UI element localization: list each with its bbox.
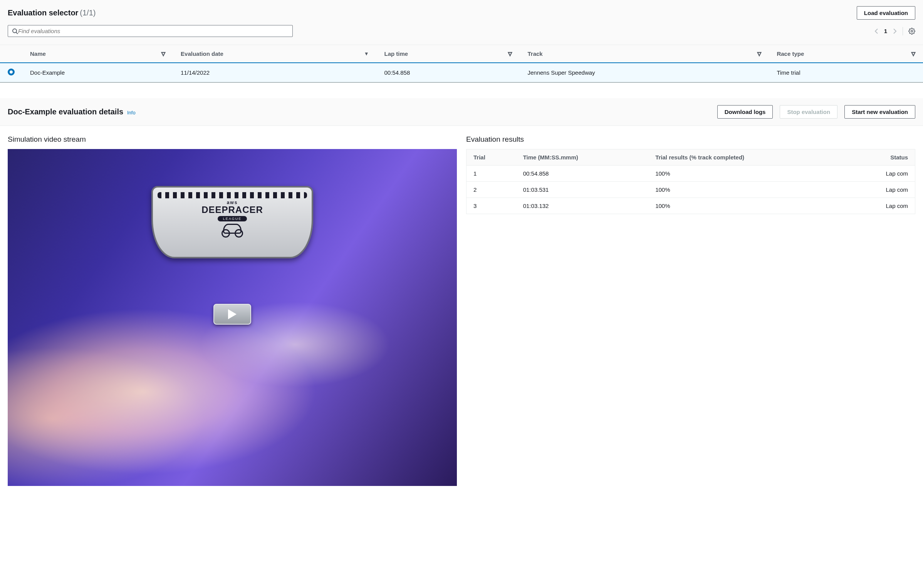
- results-cell-time: 00:54.858: [516, 166, 648, 182]
- results-cell-status: Lap com: [846, 182, 915, 198]
- results-row: 301:03.132100%Lap com: [467, 198, 915, 214]
- row-track: Jennens Super Speedway: [520, 63, 769, 82]
- results-cell-trial: 2: [467, 182, 516, 198]
- stop-evaluation-button: Stop evaluation: [780, 105, 837, 119]
- deepracer-badge: aws DEEPRACER LEAGUE: [151, 186, 313, 258]
- next-page-icon: [893, 28, 897, 34]
- gear-icon[interactable]: [908, 28, 915, 35]
- tools-separator: [903, 27, 903, 35]
- search-input[interactable]: [18, 28, 289, 34]
- simulation-video[interactable]: aws DEEPRACER LEAGUE: [8, 149, 457, 486]
- selector-count: (1/1): [80, 8, 96, 17]
- page-number: 1: [884, 28, 887, 34]
- row-radio[interactable]: [8, 69, 15, 75]
- row-date: 11/14/2022: [173, 63, 376, 82]
- row-lap: 00:54.858: [377, 63, 520, 82]
- play-icon[interactable]: [213, 304, 251, 325]
- selector-title: Evaluation selector: [8, 8, 78, 17]
- col-race[interactable]: Race type▽: [769, 45, 923, 63]
- results-table: Trial Time (MM:SS.mmm) Trial results (% …: [466, 149, 915, 214]
- selector-title-group: Evaluation selector (1/1): [8, 8, 96, 17]
- load-evaluation-button[interactable]: Load evaluation: [857, 6, 915, 20]
- col-time: Time (MM:SS.mmm): [516, 149, 648, 166]
- svg-line-1: [16, 32, 18, 34]
- details-title: Doc-Example evaluation details: [8, 107, 123, 116]
- svg-point-0: [13, 29, 17, 33]
- evaluation-selector-header: Evaluation selector (1/1) Load evaluatio…: [0, 0, 923, 45]
- col-trial: Trial: [467, 149, 516, 166]
- search-icon: [12, 28, 18, 34]
- results-cell-status: Lap com: [846, 198, 915, 214]
- start-new-evaluation-button[interactable]: Start new evaluation: [844, 105, 915, 119]
- results-cell-pct: 100%: [648, 198, 846, 214]
- pagination: 1: [874, 28, 897, 34]
- video-title: Simulation video stream: [8, 135, 457, 144]
- search-input-wrapper[interactable]: [8, 25, 293, 37]
- results-row: 201:03.531100%Lap com: [467, 182, 915, 198]
- results-cell-time: 01:03.132: [516, 198, 648, 214]
- prev-page-icon: [874, 28, 879, 34]
- results-cell-time: 01:03.531: [516, 182, 648, 198]
- results-cell-trial: 1: [467, 166, 516, 182]
- col-pct: Trial results (% track completed): [648, 149, 846, 166]
- results-panel: Evaluation results Trial Time (MM:SS.mmm…: [466, 135, 915, 214]
- video-panel: Simulation video stream aws DEEPRACER LE…: [8, 135, 457, 486]
- download-logs-button[interactable]: Download logs: [717, 105, 773, 119]
- col-lap[interactable]: Lap time▽: [377, 45, 520, 63]
- table-tools: 1: [874, 27, 915, 35]
- results-row: 100:54.858100%Lap com: [467, 166, 915, 182]
- details-header: Doc-Example evaluation details Info Down…: [0, 98, 923, 126]
- results-cell-pct: 100%: [648, 166, 846, 182]
- table-row[interactable]: Doc-Example 11/14/2022 00:54.858 Jennens…: [0, 63, 923, 82]
- results-cell-status: Lap com: [846, 166, 915, 182]
- info-link[interactable]: Info: [127, 110, 136, 116]
- col-name[interactable]: Name▽: [22, 45, 173, 63]
- col-status: Status: [846, 149, 915, 166]
- col-date[interactable]: Evaluation date▼: [173, 45, 376, 63]
- svg-point-2: [911, 30, 913, 32]
- row-race: Time trial: [769, 63, 923, 82]
- results-cell-trial: 3: [467, 198, 516, 214]
- row-name: Doc-Example: [22, 63, 173, 82]
- results-cell-pct: 100%: [648, 182, 846, 198]
- col-track[interactable]: Track▽: [520, 45, 769, 63]
- results-title: Evaluation results: [466, 135, 915, 144]
- evaluations-table: Name▽ Evaluation date▼ Lap time▽ Track▽ …: [0, 45, 923, 83]
